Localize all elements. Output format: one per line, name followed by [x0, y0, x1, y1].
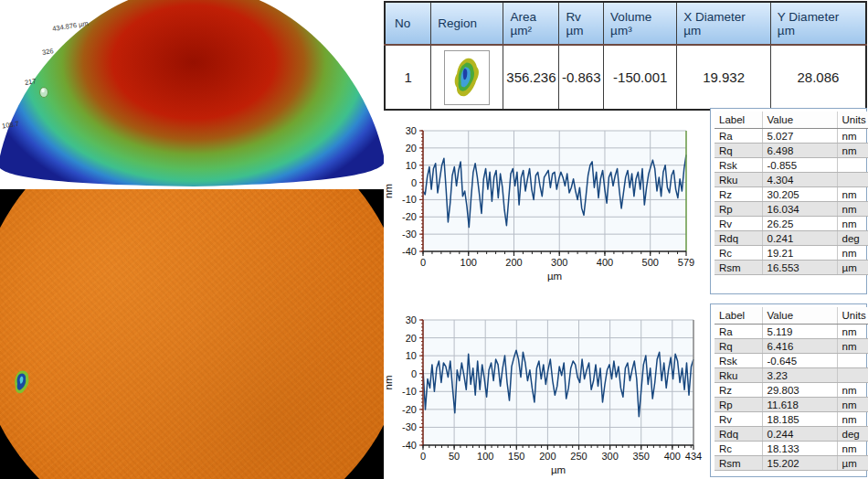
surface-3d-view[interactable]: 434.876 µm 326 217 108.7	[0, 0, 384, 189]
stats-label-cell: Rp	[715, 398, 762, 412]
stats-value-cell: -0.645	[762, 354, 837, 368]
stats-label-cell: Rv	[715, 412, 762, 427]
stats-value-cell: 3.23	[762, 368, 837, 383]
region-area-cell: 356.236	[503, 45, 559, 110]
region-rv-cell: -0.863	[559, 45, 604, 110]
stats-value-cell: 11.618	[762, 398, 837, 412]
svg-text:400: 400	[664, 451, 681, 462]
stats-row-Rp: Rp11.618nm	[715, 398, 868, 412]
svg-text:0: 0	[420, 257, 426, 268]
stats-value-cell: 26.25	[762, 217, 837, 231]
svg-text:-20: -20	[402, 211, 417, 222]
svg-text:0: 0	[420, 451, 426, 462]
stats-value-cell: 18.133	[762, 442, 837, 456]
svg-text:200: 200	[505, 257, 522, 268]
stats-col-units: Units	[837, 307, 868, 325]
stats-value-cell: 5.119	[762, 325, 837, 339]
region-table-row[interactable]: 1 356.236 -0.863 -150.00	[385, 45, 866, 110]
roughness-profile-chart-1: 3020100-10-20-30-400100200300400500579µm…	[382, 117, 707, 293]
stats-units-cell: nm	[837, 217, 868, 231]
region-thumbnail-cell	[431, 45, 503, 110]
svg-text:30: 30	[406, 314, 417, 325]
stats-value-cell: 16.553	[762, 261, 837, 275]
region-results-table: No Region Areaµm² Rvµm Volumeµm³ X Diame…	[384, 1, 867, 111]
stats-units-cell: nm	[837, 246, 868, 261]
region-table-header-row: No Region Areaµm² Rvµm Volumeµm³ X Diame…	[385, 2, 866, 45]
roughness-stats-table-1: Label Value Units Ra5.027nmRq6.498nmRsk-…	[710, 108, 867, 294]
stats-units-cell: nm	[837, 412, 868, 427]
stats-row-Rc: Rc19.21nm	[715, 246, 868, 261]
stats-value-cell: 0.241	[762, 231, 837, 246]
stats-label-cell: Rku	[715, 368, 762, 383]
stats-value-cell: 5.027	[762, 129, 837, 144]
stats-row-Ra: Ra5.119nm	[715, 325, 868, 339]
stats-row-Rsk: Rsk-0.855	[715, 158, 868, 173]
stats-value-cell: 16.034	[762, 202, 837, 217]
stats-value-cell: 29.803	[762, 383, 837, 398]
stats-units-cell: nm	[837, 398, 868, 412]
stats-label-cell: Rv	[715, 217, 762, 231]
svg-text:100: 100	[460, 257, 477, 268]
stats-value-cell: 18.185	[762, 412, 837, 427]
roughness-profile-panel-2[interactable]: 3020100-10-20-30-40050100150200250300350…	[382, 307, 711, 479]
stats-units-cell: nm	[837, 202, 868, 217]
stats-label-cell: Rc	[715, 442, 762, 456]
stats-header-row: Label Value Units	[715, 112, 868, 129]
stats-label-cell: Rc	[715, 246, 762, 261]
stats-label-cell: Rq	[715, 339, 762, 354]
stats-label-cell: Rku	[715, 173, 762, 187]
stats-label-cell: Rsm	[715, 261, 762, 275]
stats-value-cell: 15.202	[762, 456, 837, 471]
stats-label-cell: Rdq	[715, 427, 762, 442]
stats-row-Rz: Rz30.205nm	[715, 187, 868, 202]
metrology-results-window: 434.876 µm 326 217 108.7 No Region	[0, 0, 868, 479]
stats-row-Rq: Rq6.498nm	[715, 144, 868, 158]
svg-text:10: 10	[406, 160, 417, 171]
stats-header-row: Label Value Units	[715, 307, 868, 325]
col-header-area: Areaµm²	[503, 2, 559, 45]
svg-text:500: 500	[642, 257, 659, 268]
svg-text:300: 300	[551, 257, 567, 268]
stats-units-cell	[837, 354, 868, 368]
stats-units-cell: nm	[837, 129, 868, 144]
col-header-rv: Rvµm	[559, 2, 604, 45]
stats-value-cell: 4.304	[762, 173, 837, 187]
stats-col-value: Value	[762, 112, 837, 129]
z-axis-tick-label: 326	[41, 47, 54, 57]
region-y-diameter-cell: 28.086	[770, 45, 866, 110]
intensity-defect-spot	[13, 369, 33, 395]
col-header-volume: Volumeµm³	[604, 2, 677, 45]
stats-row-Rdq: Rdq0.244deg	[715, 427, 868, 442]
col-header-x-diameter: X Diameterµm	[677, 2, 771, 45]
svg-text:30: 30	[406, 125, 417, 136]
region-volume-cell: -150.001	[604, 45, 677, 110]
svg-text:µm: µm	[547, 271, 562, 282]
stats-row-Rku: Rku4.304	[715, 173, 868, 187]
svg-text:300: 300	[601, 451, 618, 462]
svg-text:-10: -10	[402, 386, 417, 397]
stats-row-Rsk: Rsk-0.645	[715, 354, 868, 368]
stats-value-cell: 6.498	[762, 144, 837, 158]
svg-text:434: 434	[685, 451, 702, 462]
svg-text:400: 400	[597, 257, 613, 268]
stats-row-Rdq: Rdq0.241deg	[715, 231, 868, 246]
region-thumbnail[interactable]	[444, 50, 490, 105]
stats-units-cell: nm	[837, 187, 868, 202]
svg-text:150: 150	[508, 451, 524, 462]
col-header-no: No	[385, 2, 431, 45]
stats-label-cell: Ra	[715, 325, 762, 339]
stats-units-cell: nm	[837, 442, 868, 456]
surface-intensity-view[interactable]	[0, 189, 384, 479]
stats-row-Rku: Rku3.23	[715, 368, 868, 383]
stats-label-cell: Rz	[715, 383, 762, 398]
stats-value-cell: 6.416	[762, 339, 837, 354]
svg-text:250: 250	[570, 451, 587, 462]
stats-value-cell: -0.855	[762, 158, 837, 173]
stats-label-cell: Rsm	[715, 456, 762, 471]
stats-col-label: Label	[715, 307, 762, 325]
svg-text:10: 10	[406, 350, 417, 361]
stats-units-cell: µm	[837, 261, 868, 275]
roughness-profile-panel-1[interactable]: 3020100-10-20-30-400100200300400500579µm…	[382, 117, 707, 293]
svg-text:50: 50	[449, 451, 460, 462]
col-header-y-diameter: Y Diameterµm	[770, 2, 866, 45]
